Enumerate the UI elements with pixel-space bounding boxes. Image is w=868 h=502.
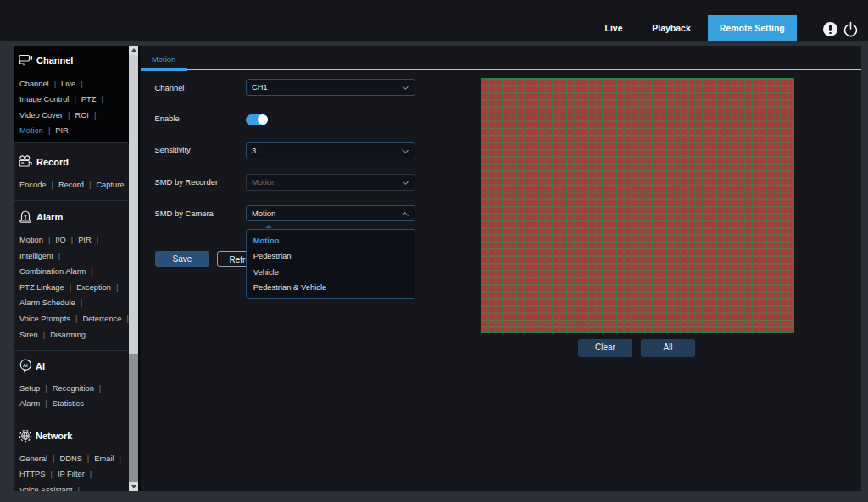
svg-text:AI: AI (23, 363, 28, 368)
